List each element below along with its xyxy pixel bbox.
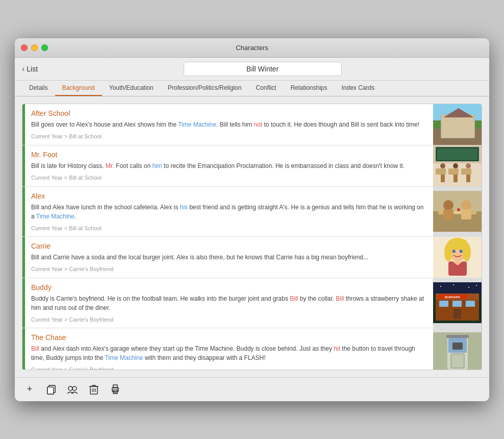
phone-svg <box>433 332 482 370</box>
back-button[interactable]: ‹ List <box>22 64 38 74</box>
svg-point-25 <box>444 243 452 261</box>
card-thumbnail <box>433 145 482 186</box>
character-name-input[interactable] <box>184 62 342 76</box>
tab-background[interactable]: Background <box>55 81 102 96</box>
svg-point-10 <box>440 163 445 168</box>
highlight: Time Machine <box>178 121 216 128</box>
card-meta: Current Year > Carrie's Boyfriend <box>31 266 427 272</box>
back-label: List <box>27 65 38 73</box>
card-title[interactable]: Alex <box>31 192 427 200</box>
burgers-svg: BURGERS <box>433 282 482 323</box>
card-title[interactable]: After School <box>31 109 427 117</box>
card-meta: Current Year > Bill at School <box>31 225 427 231</box>
svg-rect-39 <box>466 301 475 307</box>
highlight: Bill <box>31 345 39 352</box>
svg-point-18 <box>461 200 471 210</box>
svg-rect-19 <box>461 209 471 220</box>
card-title[interactable]: Buddy <box>31 283 427 291</box>
card-image <box>433 187 482 236</box>
highlight: Time Machine <box>36 213 74 220</box>
svg-rect-3 <box>437 148 478 160</box>
svg-rect-55 <box>47 387 54 394</box>
card-thumbnail <box>433 104 482 145</box>
add-button[interactable]: + <box>23 383 36 396</box>
group-button[interactable] <box>66 383 79 396</box>
tabs-bar: Details Background Youth/Education Profe… <box>15 81 489 96</box>
svg-point-16 <box>443 200 453 210</box>
card-text: Bill is late for History class. Mr. Foot… <box>31 161 427 170</box>
print-button[interactable] <box>109 383 122 396</box>
card-title[interactable]: The Chase <box>31 333 427 342</box>
svg-rect-38 <box>452 301 462 307</box>
main-window: Characters ‹ List Details Background You… <box>15 38 489 401</box>
table-row: Alex Bill and Alex have lunch in the sch… <box>22 187 482 237</box>
card-list[interactable]: After School Bill goes over to Alex's ho… <box>22 104 482 370</box>
card-meta: Current Year > Bill at School <box>31 133 427 139</box>
tab-profession[interactable]: Profession/Politics/Religion <box>161 81 249 96</box>
tab-details[interactable]: Details <box>22 81 55 96</box>
tab-relationships[interactable]: Relationships <box>283 81 334 96</box>
duplicate-button[interactable] <box>44 383 58 396</box>
highlight: Mr. <box>106 162 114 169</box>
minimize-button[interactable] <box>31 44 38 51</box>
card-title[interactable]: Mr. Foot <box>31 151 427 159</box>
toolbar: ‹ List <box>15 58 489 81</box>
card-body: After School Bill goes over to Alex's ho… <box>25 104 433 145</box>
svg-text:BURGERS: BURGERS <box>445 296 460 299</box>
highlight: Bill <box>336 295 344 302</box>
svg-rect-49 <box>451 354 464 368</box>
svg-point-28 <box>460 250 463 253</box>
card-image <box>433 104 482 145</box>
card-text: Buddy is Carrie's boyfriend. He is on th… <box>31 294 427 312</box>
maximize-button[interactable] <box>41 44 48 51</box>
card-text: Bill and Alex have lunch in the school c… <box>31 203 427 221</box>
duplicate-icon <box>45 384 57 395</box>
svg-point-42 <box>440 286 441 287</box>
print-icon <box>110 384 121 395</box>
table-row: Mr. Foot Bill is late for History class.… <box>22 145 482 187</box>
svg-point-27 <box>452 250 456 253</box>
svg-point-29 <box>454 250 455 251</box>
carrie-svg <box>433 237 482 278</box>
table-row: The Chase Bill and Alex dash into Alex's… <box>22 328 482 370</box>
svg-rect-50 <box>452 343 463 350</box>
card-thumbnail: BURGERS <box>433 282 482 323</box>
table-row: After School Bill goes over to Alex's ho… <box>22 104 482 145</box>
card-image <box>433 237 482 278</box>
card-title[interactable]: Carrie <box>31 242 427 250</box>
svg-rect-17 <box>443 209 453 220</box>
svg-rect-20 <box>453 211 461 213</box>
highlight: his <box>180 204 188 211</box>
svg-point-44 <box>468 287 469 288</box>
card-body: Carrie Bill and Carrie have a soda and t… <box>25 237 433 278</box>
highlight: Time Machine <box>105 354 143 361</box>
window-title: Characters <box>236 44 268 52</box>
bottom-bar: + <box>15 377 489 401</box>
close-button[interactable] <box>21 44 28 51</box>
delete-button[interactable] <box>87 383 100 396</box>
svg-rect-8 <box>453 175 458 182</box>
group-icon <box>67 384 78 395</box>
tab-conflict[interactable]: Conflict <box>248 81 283 96</box>
highlight: Bill <box>290 295 298 302</box>
svg-rect-7 <box>441 175 445 182</box>
trash-icon <box>89 384 99 395</box>
highlight: hit <box>334 345 340 352</box>
content-area: After School Bill goes over to Alex's ho… <box>22 104 482 370</box>
window-controls <box>21 44 48 51</box>
highlight: him <box>152 162 162 169</box>
card-text: Bill goes over to Alex's house and Alex … <box>31 120 427 129</box>
svg-point-45 <box>476 285 477 286</box>
card-meta: Current Year > Carrie's Boyfriend <box>31 367 427 370</box>
tab-index[interactable]: Index Cards <box>335 81 382 96</box>
card-image <box>433 145 482 186</box>
svg-rect-9 <box>466 175 470 182</box>
card-text: Bill and Carrie have a soda and the loca… <box>31 253 427 262</box>
tab-youth[interactable]: Youth/Education <box>102 81 161 96</box>
card-body: Buddy Buddy is Carrie's boyfriend. He is… <box>25 278 433 328</box>
card-meta: Current Year > Carrie's Boyfriend <box>31 316 427 323</box>
card-body: Alex Bill and Alex have lunch in the sch… <box>25 187 433 236</box>
svg-point-21 <box>457 208 460 211</box>
table-row: Buddy Buddy is Carrie's boyfriend. He is… <box>22 278 482 328</box>
title-bar: Characters <box>15 38 489 58</box>
